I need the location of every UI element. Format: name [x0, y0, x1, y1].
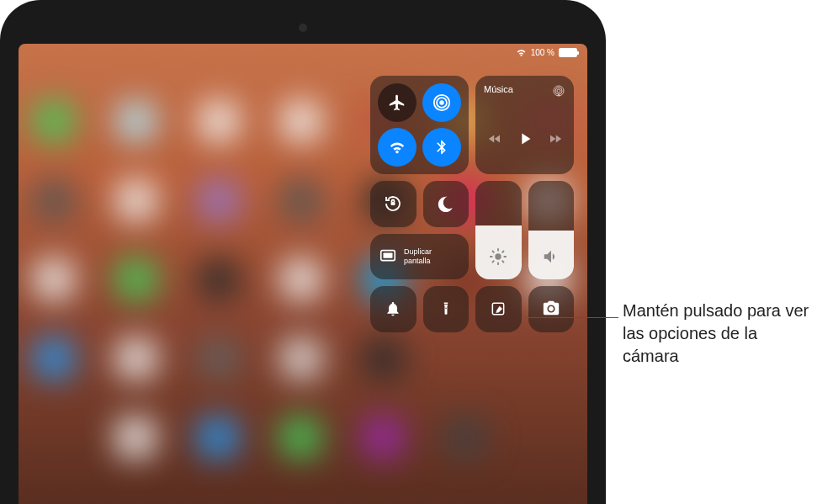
airdrop-toggle[interactable]	[422, 83, 461, 122]
control-center: Música	[370, 76, 574, 332]
previous-track-button[interactable]	[487, 131, 502, 146]
brightness-icon	[489, 247, 507, 266]
play-button[interactable]	[516, 130, 534, 148]
flashlight-icon	[438, 300, 454, 318]
svg-point-7	[496, 253, 501, 259]
ipad-device-frame: 100 %	[0, 0, 606, 504]
airplay-audio-icon[interactable]	[552, 84, 565, 98]
callout-text: Mantén pulsado para ver las opciones de …	[623, 300, 816, 368]
svg-point-0	[439, 100, 444, 105]
ipad-screen: 100 %	[19, 44, 587, 504]
screen-mirroring-label: Duplicar pantalla	[404, 247, 432, 266]
do-not-disturb-toggle[interactable]	[423, 181, 470, 227]
moon-icon	[437, 194, 455, 213]
battery-icon	[559, 48, 577, 57]
airplane-icon	[388, 93, 406, 112]
brightness-slider[interactable]	[475, 181, 522, 279]
play-icon	[516, 130, 534, 148]
screen-mirroring-icon	[379, 247, 397, 266]
wifi-toggle[interactable]	[378, 128, 416, 167]
bluetooth-icon	[433, 139, 450, 156]
bell-icon	[385, 300, 401, 317]
media-module[interactable]: Música	[475, 76, 574, 174]
volume-slider[interactable]	[528, 181, 575, 279]
airdrop-icon	[432, 93, 451, 112]
svg-point-4	[555, 88, 562, 94]
volume-icon	[542, 247, 560, 266]
rewind-icon	[487, 131, 502, 146]
screen-mirroring-button[interactable]: Duplicar pantalla	[370, 234, 469, 280]
airplane-mode-toggle[interactable]	[378, 83, 416, 122]
quick-note-button[interactable]	[475, 286, 522, 332]
wifi-icon	[388, 138, 406, 157]
silent-mode-toggle[interactable]	[370, 286, 416, 332]
status-bar: 100 %	[516, 47, 577, 58]
rotation-lock-icon	[383, 194, 403, 214]
svg-rect-6	[391, 202, 395, 205]
callout-leader-line	[526, 317, 618, 318]
flashlight-button[interactable]	[423, 286, 470, 332]
wifi-icon	[516, 47, 527, 58]
connectivity-module[interactable]	[370, 76, 469, 174]
media-title: Música	[484, 84, 513, 94]
fast-forward-icon	[548, 131, 563, 146]
svg-point-3	[557, 89, 560, 93]
front-camera-dot	[299, 24, 307, 32]
battery-percentage: 100 %	[531, 48, 554, 57]
rotation-lock-toggle[interactable]	[370, 181, 416, 227]
svg-rect-9	[384, 252, 393, 257]
note-icon	[490, 300, 507, 317]
bluetooth-toggle[interactable]	[422, 128, 461, 167]
camera-icon	[542, 300, 560, 318]
camera-button[interactable]	[528, 286, 575, 332]
next-track-button[interactable]	[548, 131, 563, 146]
